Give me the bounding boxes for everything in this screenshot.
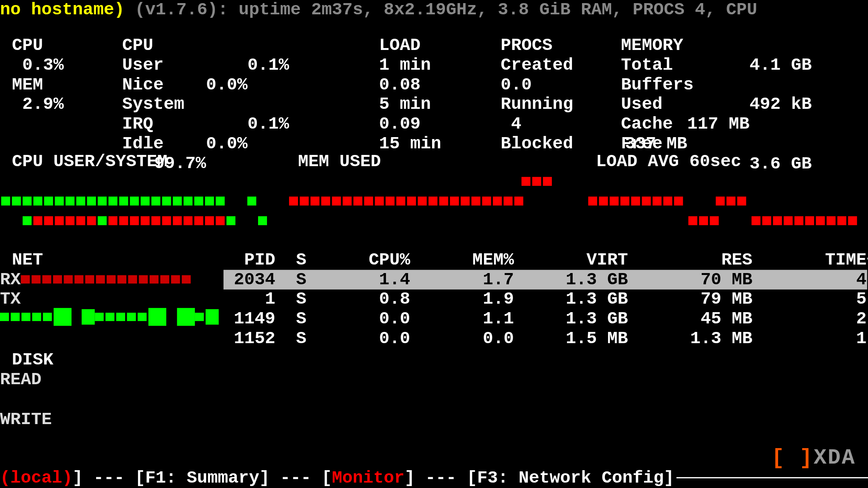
proc-row[interactable]: 1 S 0.8 1.9 1.3 GB 79 MB 5 — [224, 289, 867, 309]
footer-local[interactable]: (local) — [0, 468, 72, 488]
cpu-graph-label: CPU USER/SYSTEM — [12, 152, 298, 172]
hostname: no hostname) — [0, 0, 124, 20]
load-15min-label: 15 min — [379, 134, 486, 154]
mem-gauge-label: MEM — [12, 75, 107, 95]
load-col: LOAD 1 min 0.08 5 min 0.09 15 min — [379, 36, 486, 154]
version: (v1.7.6): — [135, 0, 228, 20]
disk-read-label: READ — [0, 370, 53, 390]
mem-graph-label: MEM USED — [298, 152, 596, 172]
cpu-nice: Nice0.0% — [122, 75, 289, 95]
cpu-graph-top — [1, 191, 258, 211]
load-header: LOAD — [379, 36, 486, 55]
rx-graph — [21, 270, 193, 290]
footer-sep2: ] --- [F3: Network Config] — [405, 468, 674, 488]
load-graph-top — [588, 191, 748, 211]
cpu-system: System0.1% — [122, 95, 289, 115]
net-header: NET — [12, 250, 43, 270]
cpu-gauge-label: CPU — [12, 36, 107, 55]
graphs-row: CPU USER/SYSTEM MEM USED LOAD AVG 60sec — [12, 152, 858, 215]
proc-header: PID S CPU% MEM% VIRT RES TIME+ — [224, 250, 867, 270]
procs-col: PROCS Created 0.0 Running 4 Blocked — [501, 36, 608, 154]
memory-header: MEMORY — [621, 36, 812, 55]
footer-sep1: ] --- [F1: Summary] --- [ — [72, 468, 332, 488]
footer-bar: (local)] --- [F1: Summary] --- [Monitor]… — [0, 468, 868, 488]
proc-row-selected[interactable]: 2034 S 1.4 1.7 1.3 GB 70 MB 4 — [224, 270, 867, 290]
load-5min-value: 0.09 — [379, 114, 486, 134]
footer-monitor[interactable]: Monitor — [332, 468, 405, 488]
mem-free: Free3.6 GB — [621, 134, 812, 154]
process-table[interactable]: PID S CPU% MEM% VIRT RES TIME+ 2034 S 1.… — [224, 250, 867, 349]
cpu-detail-header: CPU — [122, 36, 289, 55]
cpu-user: User0.1% — [122, 55, 289, 75]
load-5min-label: 5 min — [379, 95, 486, 115]
mem-gauge-value: 2.9% — [12, 95, 107, 115]
proc-row[interactable]: 1149 S 0.0 1.1 1.3 GB 45 MB 2 — [224, 309, 867, 329]
mem-graph — [289, 191, 525, 211]
mem-graph-top — [522, 172, 554, 191]
disk-header: DISK — [12, 350, 53, 370]
procs-created-value: 0.0 — [501, 75, 608, 95]
xda-logo: [ ]XDA — [772, 445, 856, 470]
load-1min-label: 1 min — [379, 55, 486, 75]
gauge-col: CPU 0.3% MEM 2.9% — [12, 36, 107, 114]
mem-buffers: Buffers492 kB — [621, 75, 812, 95]
load-graph-label: LOAD AVG 60sec — [596, 152, 741, 172]
cpu-idle: Idle99.7% — [122, 134, 289, 154]
mem-total: Total4.1 GB — [621, 55, 812, 75]
load-graph-bottom — [688, 211, 859, 231]
net-rx-label: RX — [0, 270, 192, 290]
procs-header: PROCS — [501, 36, 608, 55]
tx-graph — [0, 308, 219, 327]
procs-blocked-label: Blocked — [501, 134, 608, 154]
header-line: no hostname) (v1.7.6): uptime 2m37s, 8x2… — [0, 0, 868, 20]
procs-running-label: Running — [501, 95, 608, 115]
cpu-graph-bottom — [22, 211, 269, 231]
disk-section: DISK READ WRITE — [12, 350, 53, 430]
load-1min-value: 0.08 — [379, 75, 486, 95]
proc-row[interactable]: 1152 S 0.0 0.0 1.5 MB 1.3 MB 1 — [224, 329, 867, 349]
procs-created-label: Created — [501, 55, 608, 75]
procs-running-value: 4 — [501, 114, 608, 134]
net-tx-label: TX — [0, 289, 21, 309]
disk-write-label: WRITE — [0, 410, 53, 430]
status: uptime 2m37s, 8x2.19GHz, 3.8 GiB RAM, PR… — [239, 0, 757, 20]
footer-line — [677, 477, 868, 478]
cpu-gauge-value: 0.3% — [12, 55, 107, 75]
